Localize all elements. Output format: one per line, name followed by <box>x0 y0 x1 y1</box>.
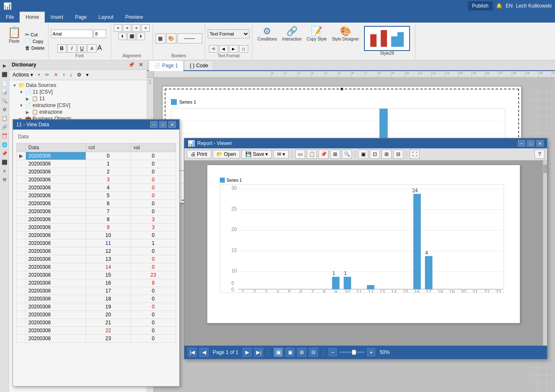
format-btn3[interactable]: ▶ <box>229 45 238 53</box>
panel-pin-button[interactable]: 📌 <box>127 61 136 68</box>
table-row[interactable]: 20200306180 <box>147 295 176 303</box>
viewer-layout-btn4[interactable]: ⊟ <box>393 150 403 159</box>
panel-close-button[interactable]: ✕ <box>137 61 144 68</box>
viewer-single-page-btn[interactable]: ▭ <box>295 150 305 159</box>
table-row[interactable]: 2020030660 <box>147 200 176 208</box>
sidebar-icon-12[interactable]: ⬛ <box>1 158 8 166</box>
table-row[interactable]: 2020030693 <box>147 224 176 232</box>
viewer-layout-btn2[interactable]: ⊡ <box>370 150 380 159</box>
align-right-button[interactable]: ≡ <box>132 24 140 32</box>
table-row[interactable]: 20200306130 <box>147 255 176 263</box>
view-mode-btn4[interactable]: ⊟ <box>309 348 318 357</box>
settings-icon[interactable]: ⚙ <box>75 71 83 79</box>
edit-icon[interactable]: ✏ <box>43 71 51 79</box>
justify-button[interactable]: ≡ <box>141 24 150 32</box>
border-style-button[interactable]: ─── <box>177 33 202 43</box>
bold-button[interactable]: B <box>57 44 66 53</box>
format-btn4[interactable]: ◻ <box>239 45 248 53</box>
viewer-scrollbar[interactable] <box>543 160 547 346</box>
underline-button[interactable]: U <box>77 44 87 53</box>
viewer-minimize-button[interactable]: ─ <box>518 140 525 147</box>
sidebar-icon-7[interactable]: 📋 <box>1 115 8 122</box>
valign-top-button[interactable]: ⬆ <box>118 33 127 40</box>
zoom-out-button[interactable]: − <box>328 348 337 356</box>
format-btn2[interactable]: ◀ <box>219 45 228 53</box>
tree-estrazione[interactable]: ▶ 📋 estrazione <box>11 109 145 115</box>
table-row[interactable]: 20200306170 <box>147 287 176 295</box>
table-row[interactable]: 2020030620 <box>147 168 176 176</box>
zoom-slider[interactable] <box>339 351 364 353</box>
sidebar-icon-9[interactable]: ⏰ <box>1 132 8 140</box>
language-selector[interactable]: EN <box>506 3 513 9</box>
table-row[interactable]: 20200306190 <box>147 303 176 311</box>
view-mode-btn2[interactable]: ▣ <box>285 348 295 357</box>
sidebar-icon-10[interactable]: 🌐 <box>1 141 8 148</box>
tab-layout[interactable]: Layout <box>92 12 119 23</box>
tree-estrazione-csv[interactable]: ▼ 📄 estrazione [CSV] <box>11 102 145 109</box>
format-btn1[interactable]: ⟲ <box>209 45 218 53</box>
tab-page[interactable]: Page <box>69 12 92 23</box>
viewer-table-btn[interactable]: ⊞ <box>330 150 340 159</box>
maximize-button[interactable]: □ <box>159 121 167 128</box>
align-left-button[interactable]: ≡ <box>114 24 122 32</box>
sidebar-icon-4[interactable]: 📊 <box>1 88 8 96</box>
save-button[interactable]: 💾 Save ▾ <box>242 150 272 158</box>
tab-code[interactable]: { } Code <box>184 60 214 70</box>
sidebar-icon-5[interactable]: 🔍 <box>1 97 8 104</box>
report-viewer-titlebar[interactable]: 📊 Report - Viewer ─ □ ✕ <box>184 138 547 148</box>
minimize-button[interactable]: ─ <box>150 121 158 128</box>
nav-first-button[interactable]: |◀ <box>188 348 197 357</box>
nav-prev-button[interactable]: ◀ <box>199 348 209 357</box>
view-mode-btn1[interactable]: ▣ <box>274 348 283 357</box>
table-row[interactable]: 20200306120 <box>147 247 176 255</box>
copy-style-button[interactable]: 📝 Copy Style <box>304 24 329 58</box>
font-name-input[interactable] <box>51 30 93 38</box>
tab-preview[interactable]: Preview <box>119 12 149 23</box>
add-button[interactable]: + <box>36 71 42 79</box>
valign-mid-button[interactable]: ⬛ <box>127 33 136 40</box>
sidebar-icon-14[interactable]: ⚒ <box>1 176 8 183</box>
viewer-layout-btn1[interactable]: ▣ <box>358 150 368 159</box>
down-icon[interactable]: ↓ <box>68 71 74 79</box>
table-row[interactable]: 2020030670 <box>147 208 176 216</box>
table-row[interactable]: 20200306210 <box>147 319 176 327</box>
nav-last-button[interactable]: ▶| <box>254 348 263 357</box>
table-row[interactable]: 2020030683 <box>147 216 176 224</box>
data-viewer-titlebar[interactable]: 11 - View Data ─ □ ✕ <box>147 120 179 130</box>
table-row[interactable]: ▶2020030600 <box>147 152 176 160</box>
italic-button[interactable]: I <box>67 44 76 53</box>
font-color-button[interactable]: A <box>97 44 102 53</box>
viewer-copy-btn[interactable]: 📋 <box>307 150 317 159</box>
viewer-close-button[interactable]: ✕ <box>536 140 544 147</box>
table-row[interactable]: 2020030640 <box>147 184 176 192</box>
text-format-select[interactable]: Text Format <box>208 29 249 38</box>
interaction-button[interactable]: 🔗 Interaction <box>280 24 304 58</box>
valign-bottom-button[interactable]: ⬇ <box>137 33 145 40</box>
strikethrough-button[interactable]: A <box>87 44 97 53</box>
fill-color-button[interactable]: 🎨 <box>166 33 176 43</box>
sidebar-icon-11[interactable]: 📌 <box>1 150 8 157</box>
tab-home[interactable]: Home <box>20 12 45 23</box>
open-button[interactable]: 📂 Open <box>213 150 240 158</box>
help-button[interactable]: ? <box>535 150 545 159</box>
tab-file[interactable]: File <box>0 12 20 23</box>
sidebar-icon-1[interactable]: ▶ <box>1 62 8 69</box>
sidebar-icon-6[interactable]: ⚙ <box>1 106 8 113</box>
table-row[interactable]: 20200306140 <box>147 263 176 271</box>
sidebar-icon-3[interactable]: 📄 <box>1 79 8 87</box>
font-size-input[interactable] <box>94 30 106 38</box>
more-icon[interactable]: ▾ <box>84 71 90 79</box>
table-row[interactable]: 20200306230 <box>147 335 176 343</box>
sidebar-icon-13[interactable]: ≡ <box>1 167 8 175</box>
nav-next-button[interactable]: ▶ <box>242 348 252 357</box>
style-designer-button[interactable]: 🎨 Style Designer <box>329 24 362 58</box>
table-row[interactable]: 20200306220 <box>147 327 176 335</box>
delete-icon[interactable]: ✕ <box>52 71 60 79</box>
sidebar-icon-8[interactable]: 🔗 <box>1 123 8 131</box>
email-button[interactable]: ✉ ▾ <box>273 150 289 158</box>
viewer-search-btn[interactable]: 🔍 <box>342 150 352 159</box>
conditions-button[interactable]: ⚙ Conditions <box>255 24 280 58</box>
viewer-layout-btn3[interactable]: ⊞ <box>382 150 392 159</box>
view-mode-btn3[interactable]: ⊞ <box>297 348 306 357</box>
style-preview[interactable]: Style29 <box>362 24 412 58</box>
